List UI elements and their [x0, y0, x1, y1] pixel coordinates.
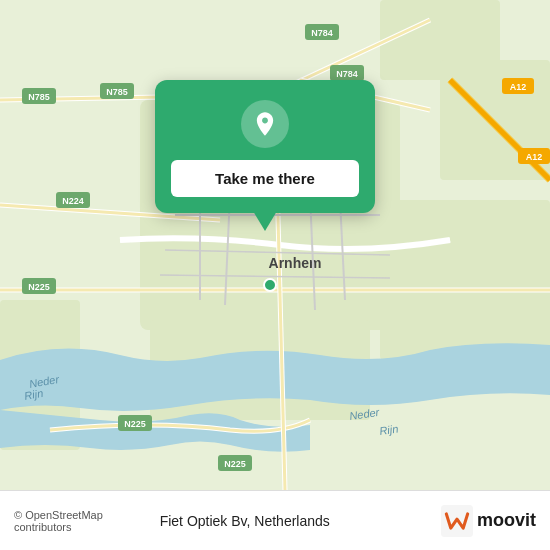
map-container: N785 N785 N784 N784 A12 A12 N224 N225 N2…	[0, 0, 550, 490]
svg-text:N225: N225	[124, 419, 146, 429]
svg-point-51	[264, 279, 276, 291]
take-me-there-button[interactable]: Take me there	[171, 160, 359, 197]
moovit-logo: moovit	[441, 505, 536, 537]
location-name: Fiet Optiek Bv, Netherlands	[160, 513, 431, 529]
svg-text:N784: N784	[311, 28, 333, 38]
bottom-bar: © OpenStreetMap contributors Fiet Optiek…	[0, 490, 550, 550]
location-pin-icon	[251, 110, 279, 138]
svg-text:N785: N785	[28, 92, 50, 102]
copyright-text: © OpenStreetMap contributors	[14, 509, 150, 533]
svg-text:A12: A12	[510, 82, 527, 92]
svg-text:A12: A12	[526, 152, 543, 162]
svg-text:N785: N785	[106, 87, 128, 97]
svg-text:N784: N784	[336, 69, 358, 79]
pin-icon-container	[241, 100, 289, 148]
moovit-icon	[441, 505, 473, 537]
svg-text:N225: N225	[224, 459, 246, 469]
svg-rect-3	[380, 200, 550, 360]
svg-text:N225: N225	[28, 282, 50, 292]
svg-text:N224: N224	[62, 196, 84, 206]
moovit-brand-text: moovit	[477, 510, 536, 531]
location-popup: Take me there	[155, 80, 375, 213]
